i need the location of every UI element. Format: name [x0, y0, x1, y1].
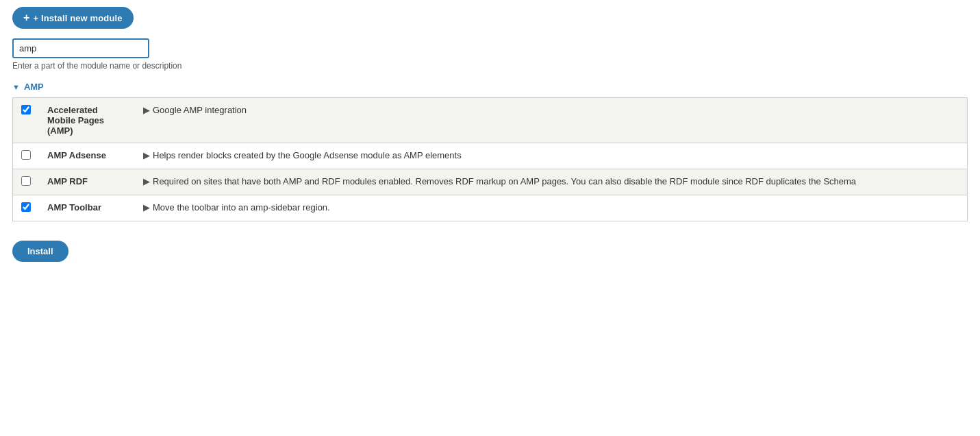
module-checkbox-amp-rdf[interactable]	[21, 176, 31, 186]
table-row: AMP Adsense▶Helps render blocks created …	[13, 143, 968, 169]
search-hint: Enter a part of the module name or descr…	[12, 61, 968, 71]
module-desc-accelerated-mobile-pages: ▶Google AMP integration	[135, 98, 968, 143]
module-desc-amp-rdf: ▶Required on sites that have both AMP an…	[135, 169, 968, 195]
arrow-icon: ▶	[143, 105, 150, 115]
plus-icon: +	[23, 12, 29, 24]
install-button[interactable]: Install	[12, 241, 68, 262]
arrow-icon: ▶	[143, 202, 150, 213]
module-checkbox-accelerated-mobile-pages[interactable]	[21, 105, 31, 114]
install-new-module-button[interactable]: + + Install new module	[12, 7, 134, 29]
arrow-icon: ▶	[143, 150, 150, 160]
module-checkbox-amp-toolbar[interactable]	[21, 202, 31, 212]
module-name-accelerated-mobile-pages: Accelerated Mobile Pages (AMP)	[39, 98, 135, 143]
modules-table: Accelerated Mobile Pages (AMP)▶Google AM…	[12, 97, 968, 221]
install-label: Install	[27, 246, 53, 256]
search-row	[12, 38, 968, 58]
table-row: AMP RDF▶Required on sites that have both…	[13, 169, 968, 195]
arrow-icon: ▶	[143, 176, 150, 186]
table-row: Accelerated Mobile Pages (AMP)▶Google AM…	[13, 98, 968, 143]
search-input[interactable]	[12, 38, 149, 58]
module-name-amp-rdf: AMP RDF	[39, 169, 135, 195]
module-name-amp-adsense: AMP Adsense	[39, 143, 135, 169]
module-desc-amp-toolbar: ▶Move the toolbar into an amp-sidebar re…	[135, 195, 968, 221]
module-checkbox-amp-adsense[interactable]	[21, 150, 31, 160]
module-name-amp-toolbar: AMP Toolbar	[39, 195, 135, 221]
section-label: AMP	[24, 82, 44, 92]
triangle-icon: ▼	[12, 83, 20, 91]
table-row: AMP Toolbar▶Move the toolbar into an amp…	[13, 195, 968, 221]
section-header-amp[interactable]: ▼ AMP	[12, 82, 968, 92]
install-new-label: + Install new module	[33, 13, 122, 23]
module-desc-amp-adsense: ▶Helps render blocks created by the Goog…	[135, 143, 968, 169]
